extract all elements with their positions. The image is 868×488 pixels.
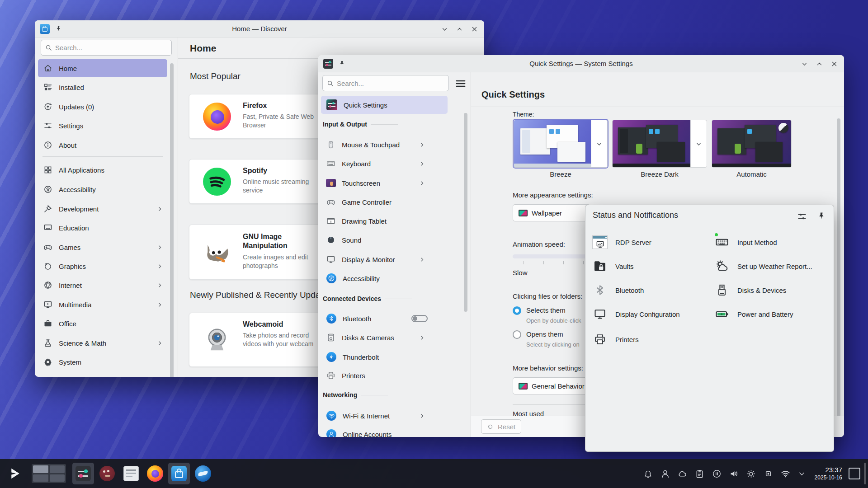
sidebar-item-bluetooth[interactable]: Bluetooth	[321, 310, 448, 328]
discover-sidebar-scrollbar[interactable]	[170, 63, 174, 377]
settings-content-scrollbar[interactable]	[837, 118, 840, 417]
popup-item-input-method[interactable]: Input Method	[714, 234, 831, 251]
maximize-icon[interactable]	[456, 26, 463, 33]
pager-desktop-4[interactable]	[50, 474, 65, 482]
discover-titlebar[interactable]: Home — Discover	[35, 20, 484, 38]
settings-search[interactable]	[322, 75, 449, 91]
cloud-sync-icon[interactable]	[678, 469, 687, 479]
tray-expand-chevron-icon[interactable]	[798, 470, 806, 478]
sidebar-item-quick-settings[interactable]: Quick Settings	[321, 96, 448, 114]
theme-breeze-dark-dropdown[interactable]	[690, 120, 707, 167]
discover-search[interactable]	[41, 40, 172, 56]
panel-edge-strip[interactable]	[864, 463, 866, 484]
pin-icon[interactable]	[55, 25, 62, 32]
wifi-tray-icon[interactable]	[781, 469, 790, 479]
sidebar-item-drawing-tablet[interactable]: Drawing Tablet	[321, 212, 448, 230]
general-behavior-button[interactable]: General Behavior	[513, 377, 590, 394]
sidebar-item-home[interactable]: Home	[38, 59, 167, 77]
popup-item-vaults[interactable]: Vaults	[592, 258, 705, 275]
wallpaper-button[interactable]: Wallpaper	[513, 204, 590, 221]
settings-search-input[interactable]	[337, 80, 444, 87]
sidebar-item-graphics[interactable]: Graphics	[38, 257, 167, 275]
popup-item-bluetooth[interactable]: Bluetooth	[592, 282, 705, 299]
popup-item-power-battery[interactable]: Power and Battery	[714, 305, 831, 323]
sidebar-item-office[interactable]: Office	[38, 314, 167, 333]
settings-titlebar[interactable]: Quick Settings — System Settings	[318, 55, 844, 72]
pager-desktop-3[interactable]	[33, 474, 48, 482]
sidebar-item-installed[interactable]: Installed	[38, 78, 167, 96]
volume-icon[interactable]	[729, 469, 739, 479]
settings-app-icon	[323, 59, 333, 69]
configure-icon[interactable]	[797, 211, 807, 221]
minimize-icon[interactable]	[801, 61, 808, 67]
bluetooth-toggle[interactable]	[411, 315, 428, 322]
reset-button[interactable]: Reset	[481, 419, 521, 434]
notifications-bell-icon[interactable]	[643, 469, 653, 479]
sidebar-item-education[interactable]: Education	[38, 219, 167, 237]
theme-card-breeze[interactable]	[514, 120, 608, 168]
sidebar-item-disks-cameras[interactable]: Disks & Cameras	[321, 328, 448, 347]
printers-icon	[592, 331, 608, 347]
maximize-icon[interactable]	[816, 61, 823, 67]
sidebar-item-sound[interactable]: Sound	[321, 231, 448, 249]
radio-selects-them[interactable]	[513, 306, 521, 315]
sidebar-item-wifi-internet[interactable]: Wi-Fi & Internet	[321, 407, 448, 425]
task-discover[interactable]	[168, 463, 190, 484]
discover-app-icon	[40, 24, 50, 34]
sidebar-item-multimedia[interactable]: Multimedia	[38, 296, 167, 314]
task-system-settings[interactable]	[72, 463, 94, 484]
sidebar-item-game-controller[interactable]: Game Controller	[321, 193, 448, 211]
firefox-icon[interactable]	[144, 463, 166, 484]
radio-opens-them[interactable]	[513, 330, 521, 339]
krita-icon[interactable]	[96, 463, 118, 484]
pager-desktop-2[interactable]	[50, 465, 65, 473]
close-icon[interactable]	[831, 61, 838, 67]
minimize-icon[interactable]	[441, 26, 448, 33]
sidebar-item-mouse-touchpad[interactable]: Mouse & Touchpad	[321, 136, 448, 154]
menu-burger-icon[interactable]	[455, 78, 467, 89]
sidebar-item-updates[interactable]: Updates (0)	[38, 98, 167, 116]
digital-clock[interactable]: 23:37 2025-10-16	[815, 466, 842, 481]
popup-item-rdp-server[interactable]: RDP Server	[592, 234, 705, 251]
sidebar-item-all-applications[interactable]: All Applications	[38, 161, 167, 179]
settings-sidebar-scrollbar[interactable]	[464, 113, 467, 312]
app-launcher-button[interactable]	[5, 463, 26, 484]
theme-card-breeze-dark[interactable]	[612, 120, 707, 168]
sidebar-item-settings[interactable]: Settings	[38, 117, 167, 135]
dolphin-icon[interactable]	[120, 463, 142, 484]
sidebar-item-development[interactable]: Development	[38, 200, 167, 218]
discover-search-input[interactable]	[55, 44, 167, 52]
clipboard-icon[interactable]	[695, 469, 704, 479]
settings-sliders-icon	[43, 121, 52, 130]
user-icon[interactable]	[660, 469, 670, 479]
popup-item-weather[interactable]: Set up Weather Report...	[714, 258, 831, 275]
show-desktop-widget[interactable]	[849, 468, 860, 479]
popup-item-printers[interactable]: Printers	[592, 331, 705, 348]
theme-breeze-dropdown[interactable]	[591, 120, 607, 167]
input-device-icon[interactable]	[764, 469, 773, 479]
sidebar-item-touchscreen[interactable]: Touchscreen	[321, 174, 448, 192]
sidebar-item-games[interactable]: Games	[38, 238, 167, 256]
sidebar-item-internet[interactable]: Internet	[38, 276, 167, 294]
sidebar-item-accessibility[interactable]: Accessibility	[38, 180, 167, 198]
sidebar-item-accessibility[interactable]: Accessibility	[321, 269, 448, 287]
sidebar-item-about[interactable]: About	[38, 136, 167, 154]
popup-item-display-configuration[interactable]: Display Configuration	[592, 305, 714, 323]
pin-icon[interactable]	[339, 60, 345, 67]
sidebar-item-science-math[interactable]: Science & Math	[38, 334, 167, 352]
sidebar-item-display-monitor[interactable]: Display & Monitor	[321, 250, 448, 268]
sidebar-item-system[interactable]: System	[38, 353, 167, 371]
popup-item-disks-devices[interactable]: Disks & Devices	[714, 282, 831, 299]
night-color-sun-icon[interactable]	[746, 469, 756, 479]
media-pause-icon[interactable]	[712, 469, 722, 479]
virtual-desktop-pager[interactable]	[32, 464, 66, 483]
sidebar-item-online-accounts[interactable]: Online Accounts	[321, 425, 448, 437]
sidebar-item-keyboard[interactable]: Keyboard	[321, 155, 448, 173]
pin-icon[interactable]	[817, 211, 826, 221]
theme-card-automatic[interactable]	[712, 120, 792, 168]
falkon-icon[interactable]	[192, 463, 214, 484]
pager-desktop-1[interactable]	[33, 465, 48, 473]
sidebar-item-printers[interactable]: Printers	[321, 366, 448, 385]
sidebar-item-thunderbolt[interactable]: Thunderbolt	[321, 348, 448, 366]
close-icon[interactable]	[471, 26, 478, 33]
